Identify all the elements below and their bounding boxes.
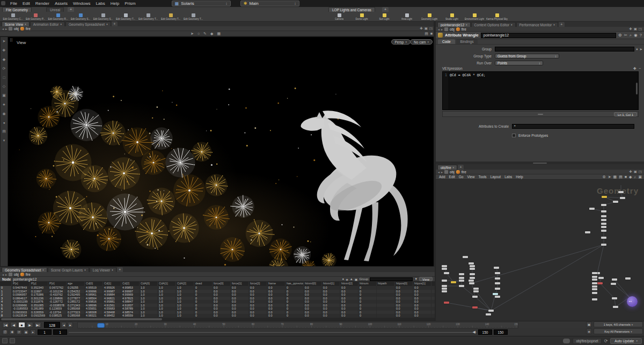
network-node[interactable]	[470, 268, 475, 270]
network-node[interactable]	[613, 201, 618, 203]
playback-end-field[interactable]: 150	[478, 329, 492, 335]
stop-button[interactable]: ■	[18, 322, 25, 328]
pane-layout-icon[interactable]	[2, 338, 8, 343]
jump-end-button[interactable]: ▶|	[34, 322, 41, 328]
shelf-tool-edit-geometry-p-[interactable]: Edit Geometry P...	[25, 12, 46, 21]
select-icon[interactable]: ➤	[3, 39, 6, 43]
view-mode-button[interactable]: View	[419, 277, 433, 281]
shelf-tool-sun-light[interactable]: Sun Light	[374, 12, 395, 21]
panel-icon[interactable]: ▣	[634, 170, 637, 174]
realtime-icon[interactable]: ◉	[23, 329, 29, 335]
pin-icon[interactable]: ✚	[420, 26, 422, 31]
group-input[interactable]	[495, 47, 634, 52]
column-header-CdA[2][interactable]: CdA[2]	[176, 282, 194, 286]
column-header-force[0][interactable]: force[0]	[213, 282, 231, 286]
no-cam-button[interactable]: No cam ▾	[410, 39, 433, 45]
snap-icon[interactable]: ▣	[638, 175, 642, 179]
cursor-icon[interactable]: ➤	[608, 175, 611, 179]
pane-handle-icon[interactable]: ⠿	[10, 38, 13, 43]
network-node[interactable]	[592, 276, 597, 278]
snap-icon[interactable]: ◇	[3, 84, 5, 89]
network-node[interactable]	[625, 277, 631, 280]
column-header-has_pprevious[interactable]: has_pprevious	[286, 282, 304, 286]
key-all-parameters-button[interactable]: Key All Parameters ▾	[594, 328, 643, 334]
network-node[interactable]	[444, 272, 449, 274]
camera-icon[interactable]: ◉	[2, 112, 5, 116]
pin-icon[interactable]: ✚	[629, 27, 632, 31]
column-header-frame[interactable]: frame	[267, 282, 286, 286]
select-arrow-icon[interactable]: ➤	[191, 32, 194, 36]
pane-tab-scene-view[interactable]: Scene View▾	[2, 21, 30, 26]
network-node[interactable]	[495, 288, 500, 290]
network-node[interactable]	[592, 298, 597, 300]
shelf-tool-edit-geometry-r-[interactable]: Edit Geometry R...	[47, 12, 69, 21]
breadcrumb-node[interactable]: fire	[26, 273, 31, 276]
network-node[interactable]	[592, 288, 597, 290]
code-resize-strip[interactable]: Ln 1, Col 1	[442, 111, 639, 117]
pane-tab-performance-monitor[interactable]: Performance Monitor▾	[516, 22, 558, 27]
network-node[interactable]	[488, 310, 494, 312]
net-menu-add[interactable]: Add	[439, 175, 445, 179]
column-header-hitpos[1][interactable]: hitpos[1]	[413, 282, 431, 286]
network-node[interactable]	[602, 196, 607, 198]
gear-icon[interactable]: ⚙	[618, 33, 622, 38]
network-node[interactable]	[601, 215, 606, 217]
column-header-Cd[1][interactable]: Cd[1]	[103, 282, 121, 286]
network-node[interactable]	[592, 285, 597, 288]
breadcrumb-root[interactable]: obj	[14, 273, 19, 276]
select-arrow-icon[interactable]: ➤	[640, 47, 642, 52]
column-header-hitnml[2][interactable]: hitnml[2]	[340, 282, 358, 286]
column-header-P[x][interactable]: P[x]	[12, 282, 30, 286]
range-end-field[interactable]: 150	[494, 329, 508, 335]
preset-icon[interactable]: ◉	[634, 33, 638, 38]
network-node[interactable]	[459, 277, 464, 279]
network-node[interactable]	[601, 237, 606, 239]
timeline-scrubber[interactable]	[97, 323, 105, 328]
desktop-select[interactable]: ▦ Solaris ↕	[172, 1, 231, 6]
playback-start-field[interactable]: 1	[53, 329, 67, 335]
grid-icon[interactable]: ▣	[2, 93, 6, 98]
network-node[interactable]	[473, 290, 479, 292]
find-icon[interactable]: ⌕	[634, 175, 636, 179]
new-pane-tab-button[interactable]: +	[112, 21, 118, 26]
network-node[interactable]	[444, 302, 449, 304]
network-node[interactable]	[612, 278, 617, 281]
network-node[interactable]	[463, 256, 468, 258]
network-node[interactable]	[472, 306, 478, 309]
net-menu-go[interactable]: Go	[459, 175, 464, 179]
timeline[interactable]: 102030405060708090100110120130140150	[77, 322, 518, 328]
shade-mode-icon[interactable]: ▦	[217, 32, 221, 36]
keyframe-icon[interactable]: ✚	[9, 329, 15, 335]
network-node[interactable]	[589, 208, 595, 210]
pin-icon[interactable]	[9, 273, 12, 276]
loop-icon[interactable]: ⟳	[16, 329, 22, 335]
network-node[interactable]	[470, 273, 475, 275]
network-node[interactable]	[612, 297, 617, 299]
network-node[interactable]	[451, 281, 456, 283]
network-node[interactable]	[495, 282, 500, 284]
forward-icon[interactable]: ▸	[441, 170, 443, 174]
network-node[interactable]	[442, 288, 447, 290]
shelf-add-tab-button[interactable]: +	[68, 7, 74, 12]
network-node[interactable]	[459, 280, 464, 282]
column-header-P[y][interactable]: P[y]	[30, 282, 48, 286]
column-header-Cd[0][interactable]: Cd[0]	[85, 282, 103, 286]
shelf-tool-camera[interactable]: Camera	[328, 12, 350, 21]
net-menu-labs[interactable]: Labs	[504, 175, 512, 179]
network-node[interactable]	[597, 282, 603, 284]
back-icon[interactable]: ◂	[2, 273, 4, 276]
column-header-hitnml[0][interactable]: hitnml[0]	[304, 282, 322, 286]
network-node[interactable]	[442, 285, 447, 287]
pin-icon[interactable]	[444, 170, 448, 174]
column-header-hitnum[interactable]: hitnum	[358, 282, 377, 286]
shelf-tool-edit-geometry-t-[interactable]: Edit Geometry T...	[160, 12, 181, 21]
network-node[interactable]	[472, 296, 478, 298]
shelf-tool-edit-geometry-t-[interactable]: Edit Geometry T...	[182, 12, 204, 21]
net-menu-help[interactable]: Help	[516, 175, 523, 179]
pane-tab-log-viewer[interactable]: Log Viewer▾	[90, 267, 116, 272]
shelf-tool-geometry-light[interactable]: Geometry Light	[419, 12, 440, 21]
network-node[interactable]	[495, 277, 500, 280]
network-node[interactable]	[601, 223, 606, 225]
network-node[interactable]	[601, 204, 606, 206]
network-node[interactable]	[618, 191, 624, 193]
